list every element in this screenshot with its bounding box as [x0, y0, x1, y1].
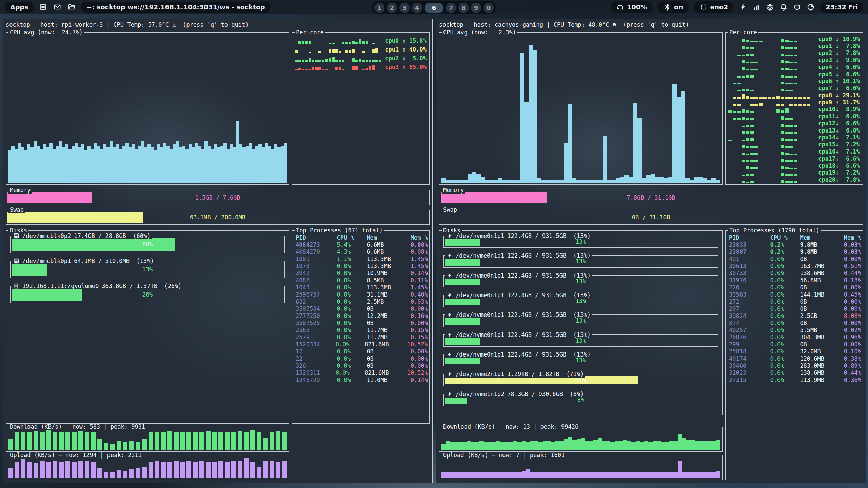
bell-icon: [780, 3, 788, 11]
process-mem-percent: 0.00%: [844, 320, 861, 327]
graph-bar: [546, 180, 550, 183]
process-cpu: 0.0%: [337, 362, 367, 369]
bluetooth-label: on: [674, 3, 683, 11]
disk-entry: /dev/mmcblk0p217.4GB / 28.8GB (60%)60%: [10, 236, 285, 253]
process-mem-percent: 0.14%: [411, 377, 428, 384]
workspace-button-3[interactable]: 3: [399, 3, 410, 13]
per-core-row: cpu10↓ 8.9%: [728, 106, 860, 113]
top-processes-label: Top Processes (671 total): [295, 227, 384, 234]
workspace-button-1[interactable]: 1: [374, 3, 384, 13]
process-mem: 2.5GB: [800, 312, 844, 320]
graph-bar: [610, 442, 614, 450]
process-row: 310230.0%138.6MB0.44%: [729, 369, 861, 377]
graph-bar: [668, 177, 672, 183]
per-core-row: cpu5 ↓ 6.6%: [728, 70, 860, 78]
graph-bar: [238, 431, 242, 450]
graph-bar: [173, 144, 176, 183]
spark-bar: [742, 117, 745, 120]
disk-entry-label: /dev/nvme0n1p1122.4GB / 931.5GB (13%): [445, 272, 592, 279]
graph-bar: [682, 472, 686, 478]
socktop-title-line: socktop — host: cachyos-gaming | CPU Tem…: [439, 21, 863, 29]
graph-bar: [21, 147, 24, 183]
process-mem-percent: 0.96%: [844, 334, 861, 341]
spark-bar: [318, 67, 321, 70]
graph-bar: [270, 461, 274, 478]
process-mem: 0B: [367, 348, 410, 355]
graph-bar: [236, 121, 239, 183]
graph-bar: [268, 146, 271, 183]
graph-bar: [665, 472, 669, 478]
focused-window-title[interactable]: ~: socktop ws://192.168.1.104:3031/ws - …: [81, 2, 270, 13]
graph-bar: [648, 442, 652, 450]
graph-bar: [11, 146, 14, 183]
workspace-button-4[interactable]: 4: [412, 3, 422, 13]
graph-bar: [123, 442, 127, 450]
graph-bar: [27, 144, 30, 183]
memory-panel: Memory 1.5GB / 7.6GB: [6, 190, 430, 205]
per-core-sparkline: [728, 121, 815, 127]
bluetooth-widget[interactable]: on: [658, 1, 689, 13]
disk-name: /dev/nvme0n1p1: [456, 232, 504, 239]
disk-percent-label: 26%: [12, 288, 283, 301]
graph-bar: [659, 177, 664, 183]
graph-bar: [87, 146, 91, 183]
spark-bar: [728, 110, 732, 113]
terminal-window[interactable]: socktop — host: cachyos-gaming | CPU Tem…: [436, 19, 866, 483]
disk-entry: /dev/nvme0n1p1122.4GB / 931.5GB (13%)13%: [443, 354, 718, 366]
process-mem-percent: 0.18%: [844, 277, 861, 284]
disk-entry: /dev/nvme1n1p278.3GB / 930.6GB (8%)8%: [443, 394, 718, 406]
process-pid: 2777250: [296, 312, 337, 320]
process-cpu: 0.0%: [770, 277, 800, 284]
graph-bar: [239, 144, 242, 183]
graph-bar: [577, 472, 581, 478]
per-core-value: cpu11↓ 6.0%: [818, 113, 860, 120]
graph-bar: [661, 442, 665, 450]
graph-bar: [513, 441, 517, 450]
process-mem: 138.6MB: [800, 369, 844, 377]
network-widget[interactable]: eno2: [694, 1, 734, 13]
workspace-button-9[interactable]: 9: [471, 3, 481, 13]
per-core-row: cpu0 ↑ 15.8%: [295, 35, 427, 44]
graph-bar: [598, 438, 602, 450]
workspace-button-2[interactable]: 2: [387, 3, 397, 13]
graph-bar: [56, 146, 59, 183]
upload-panel: Upload (KB/s) — now: 1294 | peak: 2211: [6, 455, 289, 480]
graph-bar: [21, 458, 26, 478]
cpu-history-graph: [8, 35, 287, 183]
process-column-header: Mem: [800, 234, 844, 241]
spark-bar: [375, 48, 378, 53]
workspace-button-7[interactable]: 7: [446, 3, 456, 13]
process-row: 304600.0%283.0MB0.89%: [729, 362, 861, 369]
per-core-sparkline: [295, 45, 381, 53]
per-core-row: cpu3 ↑ 85.0%: [295, 62, 427, 70]
topbar-right: 100% on eno2 23:32 Fri: [611, 1, 863, 13]
graph-bar: [530, 441, 534, 450]
process-pid: 1246729: [296, 377, 337, 384]
graph-bar: [211, 149, 214, 183]
graph-bar: [590, 180, 594, 183]
graph-bar: [166, 146, 170, 183]
clock-widget[interactable]: 23:32 Fri: [820, 2, 863, 13]
graph-bar: [40, 149, 43, 183]
workspace-button-0[interactable]: 0: [484, 3, 494, 13]
process-mem: 0B: [800, 341, 844, 348]
graph-bar: [104, 443, 108, 450]
workspace-button-6[interactable]: 6: [425, 3, 443, 13]
graph-bar: [459, 180, 463, 183]
graph-bar: [462, 472, 467, 478]
per-core-sparkline: [728, 157, 815, 162]
graph-bar: [85, 461, 90, 478]
graph-bar: [113, 147, 116, 183]
graph-bar: [157, 144, 160, 183]
terminal-window[interactable]: socktop — host: rpi-worker-3 | CPU Temp:…: [3, 19, 433, 483]
graph-bar: [125, 143, 129, 183]
process-mem-percent: 0.03%: [844, 241, 861, 248]
process-pid: 2596757: [296, 291, 337, 298]
workspace-button-8[interactable]: 8: [458, 3, 469, 13]
spark-bar: [750, 75, 754, 77]
volume-widget[interactable]: 100%: [611, 1, 652, 13]
spark-bar: [742, 89, 745, 92]
graph-bar: [560, 441, 564, 450]
apps-button[interactable]: Apps: [5, 2, 34, 13]
graph-bar: [34, 463, 38, 478]
